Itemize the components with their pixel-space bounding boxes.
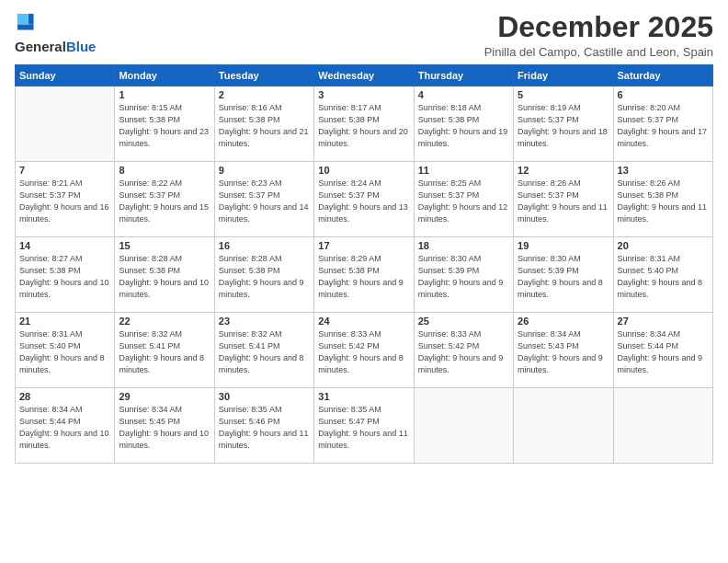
week-row-4: 28Sunrise: 8:34 AMSunset: 5:44 PMDayligh…: [16, 388, 713, 464]
day-info: Sunrise: 8:28 AMSunset: 5:38 PMDaylight:…: [219, 253, 310, 301]
week-row-2: 14Sunrise: 8:27 AMSunset: 5:38 PMDayligh…: [16, 237, 713, 313]
day-number: 23: [219, 316, 310, 327]
week-row-1: 7Sunrise: 8:21 AMSunset: 5:37 PMDaylight…: [16, 162, 713, 237]
day-number: 18: [418, 240, 509, 251]
day-info: Sunrise: 8:26 AMSunset: 5:38 PMDaylight:…: [618, 178, 709, 225]
day-number: 13: [618, 165, 709, 176]
day-number: 27: [618, 316, 709, 327]
day-cell: 5Sunrise: 8:19 AMSunset: 5:37 PMDaylight…: [514, 86, 613, 162]
location: Pinilla del Campo, Castille and Leon, Sp…: [484, 45, 713, 59]
day-cell: 7Sunrise: 8:21 AMSunset: 5:37 PMDaylight…: [16, 162, 115, 237]
day-number: 4: [418, 89, 509, 100]
day-number: 7: [19, 165, 110, 176]
day-info: Sunrise: 8:32 AMSunset: 5:41 PMDaylight:…: [219, 328, 310, 376]
day-number: 12: [518, 165, 609, 176]
logo-line2: Blue: [66, 39, 97, 54]
day-number: 19: [518, 240, 609, 251]
day-number: 10: [318, 165, 409, 176]
day-number: 15: [119, 240, 210, 251]
day-cell: 31Sunrise: 8:35 AMSunset: 5:47 PMDayligh…: [314, 388, 414, 464]
day-info: Sunrise: 8:18 AMSunset: 5:38 PMDaylight:…: [418, 102, 509, 150]
logo-icon: [15, 11, 35, 31]
day-cell: 21Sunrise: 8:31 AMSunset: 5:40 PMDayligh…: [16, 313, 115, 388]
day-number: 16: [219, 240, 310, 251]
day-info: Sunrise: 8:25 AMSunset: 5:37 PMDaylight:…: [418, 178, 509, 225]
day-number: 9: [219, 165, 310, 176]
day-info: Sunrise: 8:34 AMSunset: 5:43 PMDaylight:…: [518, 328, 609, 376]
day-cell: 2Sunrise: 8:16 AMSunset: 5:38 PMDaylight…: [214, 86, 313, 162]
weekday-header-wednesday: Wednesday: [314, 65, 414, 86]
day-cell: 22Sunrise: 8:32 AMSunset: 5:41 PMDayligh…: [115, 313, 214, 388]
day-info: Sunrise: 8:16 AMSunset: 5:38 PMDaylight:…: [219, 102, 310, 150]
weekday-header-thursday: Thursday: [414, 65, 513, 86]
day-info: Sunrise: 8:35 AMSunset: 5:46 PMDaylight:…: [219, 404, 310, 452]
day-info: Sunrise: 8:31 AMSunset: 5:40 PMDaylight:…: [618, 253, 709, 301]
day-number: 20: [618, 240, 709, 251]
weekday-header-row: SundayMondayTuesdayWednesdayThursdayFrid…: [16, 65, 713, 86]
day-number: 21: [19, 316, 110, 327]
day-cell: 16Sunrise: 8:28 AMSunset: 5:38 PMDayligh…: [214, 237, 313, 313]
day-info: Sunrise: 8:34 AMSunset: 5:44 PMDaylight:…: [618, 328, 709, 376]
day-info: Sunrise: 8:22 AMSunset: 5:37 PMDaylight:…: [119, 178, 210, 225]
day-cell: 18Sunrise: 8:30 AMSunset: 5:39 PMDayligh…: [414, 237, 513, 313]
day-info: Sunrise: 8:32 AMSunset: 5:41 PMDaylight:…: [119, 328, 210, 376]
day-cell: 19Sunrise: 8:30 AMSunset: 5:39 PMDayligh…: [514, 237, 613, 313]
day-info: Sunrise: 8:27 AMSunset: 5:38 PMDaylight:…: [19, 253, 110, 301]
day-info: Sunrise: 8:30 AMSunset: 5:39 PMDaylight:…: [418, 253, 509, 301]
day-cell: 11Sunrise: 8:25 AMSunset: 5:37 PMDayligh…: [414, 162, 513, 237]
day-cell: [16, 86, 115, 162]
day-number: 5: [518, 89, 609, 100]
day-cell: 24Sunrise: 8:33 AMSunset: 5:42 PMDayligh…: [314, 313, 414, 388]
day-info: Sunrise: 8:21 AMSunset: 5:37 PMDaylight:…: [19, 178, 110, 225]
day-info: Sunrise: 8:34 AMSunset: 5:44 PMDaylight:…: [19, 404, 110, 452]
day-info: Sunrise: 8:20 AMSunset: 5:37 PMDaylight:…: [618, 102, 709, 150]
day-number: 3: [318, 89, 409, 100]
day-cell: 29Sunrise: 8:34 AMSunset: 5:45 PMDayligh…: [115, 388, 214, 464]
svg-marker-2: [17, 25, 34, 30]
logo: GeneralBlue: [15, 11, 96, 55]
svg-marker-0: [28, 14, 34, 25]
day-number: 14: [19, 240, 110, 251]
day-info: Sunrise: 8:35 AMSunset: 5:47 PMDaylight:…: [318, 404, 409, 452]
weekday-header-sunday: Sunday: [16, 65, 115, 86]
day-cell: 14Sunrise: 8:27 AMSunset: 5:38 PMDayligh…: [16, 237, 115, 313]
day-cell: 28Sunrise: 8:34 AMSunset: 5:44 PMDayligh…: [16, 388, 115, 464]
weekday-header-tuesday: Tuesday: [214, 65, 313, 86]
day-info: Sunrise: 8:19 AMSunset: 5:37 PMDaylight:…: [518, 102, 609, 150]
day-info: Sunrise: 8:24 AMSunset: 5:37 PMDaylight:…: [318, 178, 409, 225]
week-row-3: 21Sunrise: 8:31 AMSunset: 5:40 PMDayligh…: [16, 313, 713, 388]
day-info: Sunrise: 8:28 AMSunset: 5:38 PMDaylight:…: [119, 253, 210, 301]
weekday-header-saturday: Saturday: [613, 65, 712, 86]
week-row-0: 1Sunrise: 8:15 AMSunset: 5:38 PMDaylight…: [16, 86, 713, 162]
month-title: December 2025: [484, 11, 713, 43]
day-info: Sunrise: 8:33 AMSunset: 5:42 PMDaylight:…: [418, 328, 509, 376]
day-cell: 25Sunrise: 8:33 AMSunset: 5:42 PMDayligh…: [414, 313, 513, 388]
day-cell: 17Sunrise: 8:29 AMSunset: 5:38 PMDayligh…: [314, 237, 414, 313]
calendar-table: SundayMondayTuesdayWednesdayThursdayFrid…: [15, 64, 713, 464]
day-info: Sunrise: 8:34 AMSunset: 5:45 PMDaylight:…: [119, 404, 210, 452]
day-info: Sunrise: 8:23 AMSunset: 5:37 PMDaylight:…: [219, 178, 310, 225]
day-number: 31: [318, 391, 409, 402]
day-cell: 13Sunrise: 8:26 AMSunset: 5:38 PMDayligh…: [613, 162, 712, 237]
logo-text: GeneralBlue: [15, 39, 96, 55]
day-number: 2: [219, 89, 310, 100]
day-number: 29: [119, 391, 210, 402]
day-cell: 10Sunrise: 8:24 AMSunset: 5:37 PMDayligh…: [314, 162, 414, 237]
day-cell: 30Sunrise: 8:35 AMSunset: 5:46 PMDayligh…: [214, 388, 313, 464]
weekday-header-monday: Monday: [115, 65, 214, 86]
weekday-header-friday: Friday: [514, 65, 613, 86]
day-cell: 4Sunrise: 8:18 AMSunset: 5:38 PMDaylight…: [414, 86, 513, 162]
day-info: Sunrise: 8:26 AMSunset: 5:37 PMDaylight:…: [518, 178, 609, 225]
day-info: Sunrise: 8:33 AMSunset: 5:42 PMDaylight:…: [318, 328, 409, 376]
day-cell: 12Sunrise: 8:26 AMSunset: 5:37 PMDayligh…: [514, 162, 613, 237]
day-info: Sunrise: 8:30 AMSunset: 5:39 PMDaylight:…: [518, 253, 609, 301]
day-number: 22: [119, 316, 210, 327]
day-cell: [514, 388, 613, 464]
page: GeneralBlue December 2025 Pinilla del Ca…: [0, 0, 728, 563]
day-number: 26: [518, 316, 609, 327]
day-cell: 1Sunrise: 8:15 AMSunset: 5:38 PMDaylight…: [115, 86, 214, 162]
day-cell: 8Sunrise: 8:22 AMSunset: 5:37 PMDaylight…: [115, 162, 214, 237]
svg-marker-1: [17, 14, 28, 25]
logo-line1: General: [15, 39, 66, 54]
day-cell: 27Sunrise: 8:34 AMSunset: 5:44 PMDayligh…: [613, 313, 712, 388]
